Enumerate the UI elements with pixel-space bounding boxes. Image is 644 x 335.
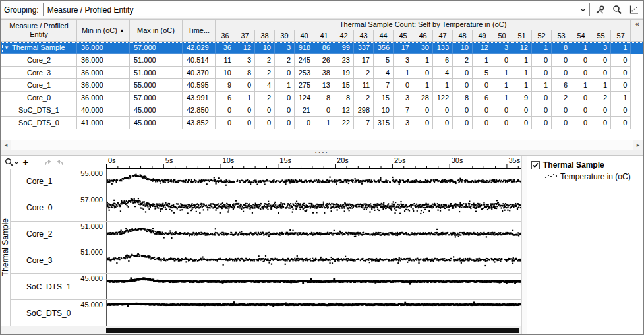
column-header-min[interactable]: Min in (oC) ▲ xyxy=(77,20,130,42)
legend-series-row[interactable]: Temperature in (oC) xyxy=(531,172,639,181)
count-cell[interactable]: 298 xyxy=(354,104,374,117)
count-cell[interactable]: 2 xyxy=(255,54,275,67)
count-cell[interactable]: 12 xyxy=(512,42,532,54)
max-cell[interactable]: 51.000 xyxy=(130,67,183,79)
scroll-left-icon[interactable]: ◂ xyxy=(1,140,11,150)
count-cell[interactable]: 1 xyxy=(433,79,453,92)
count-cell[interactable]: 0 xyxy=(552,104,571,117)
table-row-soc_dts_1[interactable]: SoC_DTS_140.00045.00042.8500000210122981… xyxy=(1,104,644,117)
count-cell[interactable]: 0 xyxy=(552,54,571,67)
count-cell[interactable]: 337 xyxy=(354,42,374,54)
count-cell[interactable]: 2 xyxy=(354,67,374,79)
temp-column-header[interactable]: 54 xyxy=(571,30,591,42)
count-cell[interactable]: 15 xyxy=(374,92,394,104)
count-cell[interactable]: 0 xyxy=(591,104,611,117)
count-cell[interactable]: 253 xyxy=(295,67,314,79)
count-cell[interactable]: 315 xyxy=(374,117,394,129)
count-cell[interactable]: 0 xyxy=(571,54,591,67)
max-cell[interactable]: 51.000 xyxy=(130,54,183,67)
count-cell[interactable]: 1 xyxy=(512,67,532,79)
count-cell[interactable]: 0 xyxy=(314,104,334,117)
count-cell[interactable]: 17 xyxy=(394,42,413,54)
count-cell[interactable]: 133 xyxy=(433,42,453,54)
count-cell[interactable]: 8 xyxy=(235,67,255,79)
count-cell[interactable]: 9 xyxy=(216,79,235,92)
temp-column-header[interactable]: 51 xyxy=(512,30,532,42)
temp-column-header[interactable]: 36 xyxy=(216,30,235,42)
table-row-core_0[interactable]: Core_036.00057.00043.9916120124882153281… xyxy=(1,92,644,104)
temp-column-header[interactable]: 44 xyxy=(374,30,394,42)
table-row-core_2[interactable]: Core_236.00051.00040.5141132224526231753… xyxy=(1,54,644,67)
time-cell[interactable]: 43.991 xyxy=(183,92,216,104)
count-cell[interactable]: 26 xyxy=(314,54,334,67)
count-cell[interactable]: 7 xyxy=(354,117,374,129)
count-cell[interactable]: 0 xyxy=(433,104,453,117)
time-cell[interactable]: 40.514 xyxy=(183,54,216,67)
count-cell[interactable]: 0 xyxy=(532,92,552,104)
temp-column-header[interactable]: 43 xyxy=(354,30,374,42)
strip-plot[interactable] xyxy=(106,247,521,273)
count-cell[interactable]: 0 xyxy=(492,54,512,67)
count-cell[interactable]: 1 xyxy=(394,67,413,79)
temp-column-header[interactable]: 42 xyxy=(334,30,354,42)
zoom-in-button[interactable]: + xyxy=(21,157,30,168)
count-cell[interactable]: 6 xyxy=(433,54,453,67)
count-cell[interactable]: 7 xyxy=(374,79,394,92)
count-cell[interactable]: 2 xyxy=(453,54,473,67)
entity-cell[interactable]: SoC_DTS_1 xyxy=(1,104,77,117)
chart-horizontal-scrollbar[interactable] xyxy=(1,326,521,334)
tools-button[interactable] xyxy=(593,3,607,17)
strip-plot[interactable] xyxy=(106,300,521,326)
count-cell[interactable]: 0 xyxy=(275,67,295,79)
count-cell[interactable]: 0 xyxy=(275,92,295,104)
count-cell[interactable]: 0 xyxy=(255,117,275,129)
count-cell[interactable]: 9 xyxy=(512,92,532,104)
count-cell[interactable]: 275 xyxy=(295,79,314,92)
table-row-core_3[interactable]: Core_336.00051.00040.3701082025338192410… xyxy=(1,67,644,79)
count-cell[interactable]: 0 xyxy=(571,92,591,104)
count-cell[interactable]: 4 xyxy=(374,67,394,79)
count-cell[interactable]: 22 xyxy=(334,117,354,129)
count-cell[interactable]: 12 xyxy=(235,42,255,54)
count-cell[interactable]: 2 xyxy=(591,92,611,104)
zoom-next-button[interactable] xyxy=(55,157,64,168)
count-cell[interactable]: 8 xyxy=(334,92,354,104)
count-cell[interactable]: 0 xyxy=(394,79,413,92)
temp-column-header[interactable]: 41 xyxy=(314,30,334,42)
zoom-select-button[interactable] xyxy=(5,157,19,168)
count-cell[interactable]: 1 xyxy=(591,79,611,92)
count-cell[interactable]: 0 xyxy=(295,117,314,129)
max-cell[interactable]: 55.000 xyxy=(130,79,183,92)
table-row-thermal sample[interactable]: ▼Thermal Sample36.00057.00042.0293612103… xyxy=(1,42,644,54)
expander-icon[interactable]: ▼ xyxy=(4,45,9,51)
scrollbar-thumb[interactable] xyxy=(106,328,519,333)
count-cell[interactable]: 0 xyxy=(571,67,591,79)
table-row-soc_dts_0[interactable]: SoC_DTS_041.00045.00043.8520000012273153… xyxy=(1,117,644,129)
count-cell[interactable]: 5 xyxy=(473,67,492,79)
strip-plot[interactable] xyxy=(106,222,521,247)
chevron-down-icon[interactable] xyxy=(578,8,587,12)
count-cell[interactable]: 1 xyxy=(492,67,512,79)
count-cell[interactable]: 0 xyxy=(235,104,255,117)
strip-plot[interactable] xyxy=(106,274,521,299)
count-cell[interactable]: 10 xyxy=(453,42,473,54)
zoom-out-button[interactable]: − xyxy=(32,157,42,168)
count-cell[interactable]: 0 xyxy=(235,79,255,92)
count-cell[interactable]: 0 xyxy=(473,79,492,92)
count-cell[interactable]: 1 xyxy=(413,54,433,67)
count-cell[interactable]: 19 xyxy=(334,67,354,79)
count-cell[interactable]: 356 xyxy=(374,42,394,54)
min-cell[interactable]: 36.000 xyxy=(77,42,130,54)
count-cell[interactable]: 0 xyxy=(275,117,295,129)
temp-column-header[interactable]: 45 xyxy=(394,30,413,42)
grouping-combobox[interactable]: Measure / Profiled Entity xyxy=(43,3,590,16)
count-cell[interactable]: 11 xyxy=(216,54,235,67)
count-cell[interactable]: 3 xyxy=(394,54,413,67)
strip-plot[interactable] xyxy=(106,195,521,221)
temp-column-header[interactable]: 37 xyxy=(235,30,255,42)
scrollbar-track[interactable] xyxy=(11,140,633,150)
count-cell[interactable]: 0 xyxy=(611,117,631,129)
entity-cell[interactable]: Core_3 xyxy=(1,67,77,79)
count-cell[interactable]: 6 xyxy=(552,79,571,92)
temp-column-header[interactable]: 48 xyxy=(453,30,473,42)
